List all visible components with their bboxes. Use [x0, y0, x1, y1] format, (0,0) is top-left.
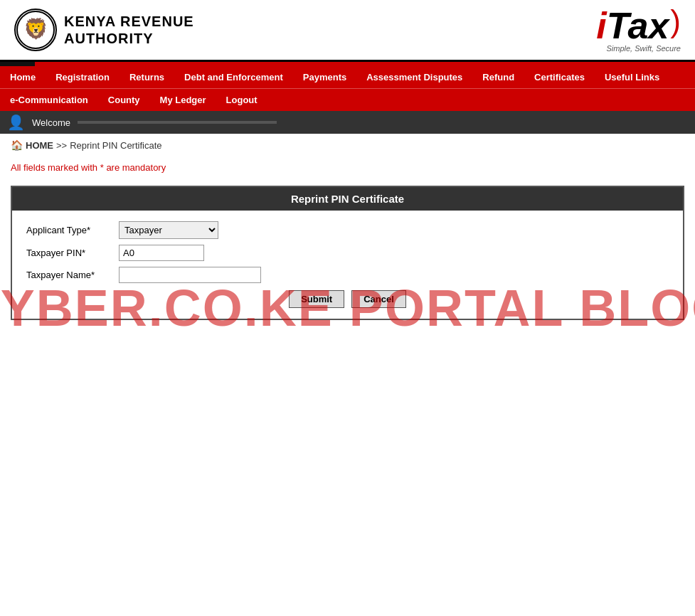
nav-logout[interactable]: Logout — [216, 89, 267, 111]
nav-home[interactable]: Home — [0, 66, 46, 88]
nav-row2: e-Communication County My Ledger Logout — [0, 88, 695, 111]
taxpayer-name-label: Taxpayer Name* — [26, 270, 112, 280]
nav-my-ledger[interactable]: My Ledger — [150, 89, 216, 111]
welcome-value — [78, 121, 277, 124]
nav-debt-enforcement[interactable]: Debt and Enforcement — [174, 66, 293, 88]
taxpayer-pin-label: Taxpayer PIN* — [26, 248, 112, 258]
nav-payments[interactable]: Payments — [293, 66, 356, 88]
itax-tax: Tax — [607, 7, 669, 44]
welcome-bar: 👤 Welcome — [0, 111, 695, 134]
form-row-taxpayer-pin: Taxpayer PIN* — [26, 245, 669, 261]
form-actions: Submit Cancel — [26, 290, 669, 308]
kra-logo-circle: 🦁 — [14, 9, 57, 51]
kra-line2: Authority — [64, 30, 194, 47]
applicant-type-select[interactable]: Taxpayer Tax Agent — [119, 221, 218, 239]
home-icon: 🏠 — [11, 139, 23, 151]
svg-text:🦁: 🦁 — [23, 17, 48, 41]
mandatory-note: All fields marked with * are mandatory — [0, 156, 695, 179]
form-header: Reprint PIN Certificate — [12, 187, 683, 211]
nav-e-communication[interactable]: e-Communication — [0, 89, 98, 111]
form-container: Reprint PIN Certificate Applicant Type* … — [11, 186, 684, 320]
nav-row1: Home Registration Returns Debt and Enfor… — [0, 66, 695, 88]
itax-logo-container: i Tax ) Simple, Swift, Secure — [596, 7, 681, 53]
kra-name-text: Kenya Revenue Authority — [64, 13, 194, 47]
nav-county[interactable]: County — [98, 89, 150, 111]
nav-assessment-disputes[interactable]: Assessment Disputes — [356, 66, 472, 88]
nav-refund[interactable]: Refund — [472, 66, 524, 88]
breadcrumb-home[interactable]: HOME — [26, 140, 53, 151]
kra-lion-icon: 🦁 — [16, 11, 55, 49]
nav-certificates[interactable]: Certificates — [524, 66, 595, 88]
taxpayer-name-input[interactable] — [119, 267, 261, 283]
breadcrumb-separator: >> — [56, 140, 67, 151]
nav-useful-links[interactable]: Useful Links — [595, 66, 669, 88]
nav-returns[interactable]: Returns — [120, 66, 174, 88]
form-row-taxpayer-name: Taxpayer Name* — [26, 267, 669, 283]
header: 🦁 Kenya Revenue Authority i Tax ) Simple… — [0, 0, 695, 62]
itax-tagline: Simple, Swift, Secure — [606, 44, 681, 53]
welcome-label: Welcome — [32, 117, 70, 128]
nav-registration[interactable]: Registration — [46, 66, 120, 88]
form-row-applicant-type: Applicant Type* Taxpayer Tax Agent — [26, 221, 669, 239]
itax-text: i Tax ) — [596, 7, 681, 44]
form-body: Applicant Type* Taxpayer Tax Agent Taxpa… — [12, 211, 683, 319]
user-icon: 👤 — [7, 114, 25, 131]
swoosh-icon: ) — [670, 7, 681, 36]
submit-button[interactable]: Submit — [289, 290, 344, 308]
breadcrumb: 🏠 HOME >> Reprint PIN Certificate — [0, 134, 695, 156]
itax-brand: i Tax ) Simple, Swift, Secure — [596, 7, 681, 53]
breadcrumb-current: Reprint PIN Certificate — [70, 140, 161, 151]
taxpayer-pin-input[interactable] — [119, 245, 204, 261]
kra-logo: 🦁 Kenya Revenue Authority — [14, 9, 194, 51]
itax-i: i — [596, 7, 606, 44]
kra-line1: Kenya Revenue — [64, 13, 194, 30]
cancel-button[interactable]: Cancel — [351, 290, 406, 308]
applicant-type-label: Applicant Type* — [26, 225, 112, 235]
